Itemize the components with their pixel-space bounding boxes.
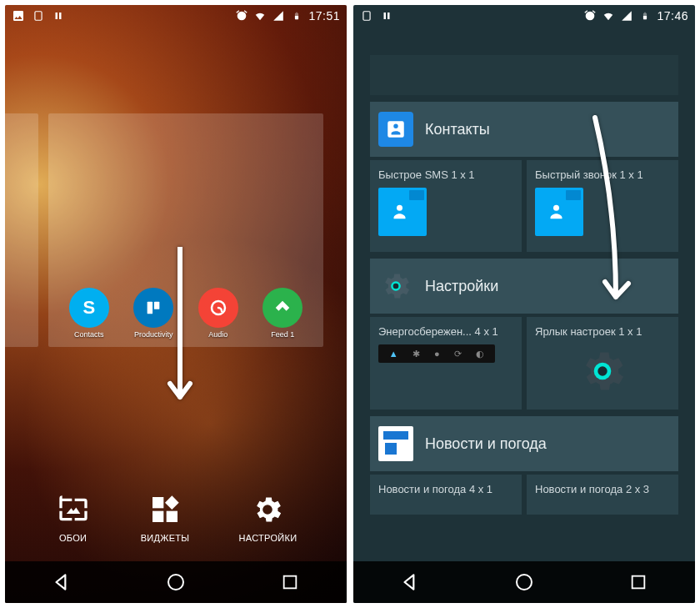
- svg-point-9: [168, 575, 183, 590]
- section-settings: Настройки: [370, 259, 678, 314]
- status-bar: 17:51: [5, 5, 347, 27]
- navigation-bar: [353, 561, 695, 603]
- section-title: Настройки: [425, 278, 498, 295]
- back-button[interactable]: [49, 570, 74, 595]
- section-contacts: Контакты: [370, 102, 678, 157]
- contacts-icon: [378, 112, 413, 147]
- svg-rect-0: [35, 12, 42, 21]
- feedly-icon: [262, 288, 302, 328]
- svg-rect-1: [56, 13, 58, 19]
- svg-rect-8: [167, 511, 178, 522]
- widget-picker[interactable]: Контакты Быстрое SMS 1 x 1 Быстрый звоно…: [370, 52, 678, 556]
- svg-rect-3: [148, 302, 152, 314]
- home-screen-overview: S Contacts Productivity Audio: [5, 113, 347, 347]
- svg-rect-7: [152, 511, 163, 522]
- section-title: Новости и погода: [425, 435, 547, 453]
- svg-point-19: [598, 366, 607, 375]
- app-row: S Contacts Productivity Audio: [57, 288, 315, 339]
- widget-news-2x3[interactable]: Новости и погода 2 x 3: [527, 475, 678, 515]
- widget-row-faded: [370, 52, 678, 95]
- call-widget-icon: [535, 188, 583, 236]
- gear-icon: [249, 491, 286, 528]
- svg-rect-4: [154, 302, 159, 309]
- settings-button[interactable]: НАСТРОЙКИ: [239, 491, 298, 543]
- navigation-bar: [5, 561, 347, 603]
- svg-point-17: [393, 284, 399, 289]
- svg-rect-13: [388, 13, 390, 19]
- widgets-button[interactable]: ВИДЖЕТЫ: [141, 491, 190, 543]
- clock: 17:51: [308, 9, 340, 23]
- app-feed[interactable]: Feed 1: [258, 288, 307, 339]
- svg-rect-11: [363, 12, 370, 21]
- signal-icon: [272, 9, 285, 23]
- battery-icon: [290, 9, 303, 23]
- settings-widgets: Энергосбережен... 4 x 1 ▲✱●⟳◐ Ярлык наст…: [370, 314, 678, 410]
- recent-button[interactable]: [626, 570, 651, 595]
- sms-widget-icon: [378, 188, 427, 236]
- back-button[interactable]: [398, 570, 422, 595]
- svg-rect-21: [632, 576, 644, 589]
- news-widgets: Новости и погода 4 x 1 Новости и погода …: [370, 471, 678, 515]
- widgets-icon: [147, 491, 183, 528]
- home-button[interactable]: [512, 570, 537, 595]
- section-title: Контакты: [425, 121, 490, 138]
- app-productivity[interactable]: Productivity: [129, 288, 178, 339]
- svg-rect-12: [384, 13, 387, 19]
- signal-icon: [620, 9, 633, 23]
- clock: 17:46: [657, 9, 688, 23]
- app-audio[interactable]: Audio: [194, 288, 242, 339]
- widget-quick-sms[interactable]: Быстрое SMS 1 x 1: [370, 160, 522, 252]
- wifi-icon: [602, 9, 615, 23]
- sim-icon: [360, 9, 373, 23]
- wallpaper-icon: [55, 491, 92, 528]
- wifi-icon: [253, 9, 267, 23]
- battery-icon: [638, 9, 652, 23]
- pause-icon: [380, 9, 393, 23]
- widget-power[interactable]: Энергосбережен... 4 x 1 ▲✱●⟳◐: [370, 317, 522, 410]
- phone-left: 17:51 S Contacts Productivity: [5, 5, 347, 603]
- overview-actions: ОБОИ ВИДЖЕТЫ НАСТРОЙКИ: [5, 491, 347, 543]
- wallpaper-button[interactable]: ОБОИ: [55, 491, 92, 543]
- home-page-current[interactable]: S Contacts Productivity Audio: [48, 113, 323, 347]
- gear-large-icon: [576, 344, 629, 398]
- alarm-icon: [235, 9, 248, 23]
- settings-section-icon: [378, 269, 413, 304]
- sim-icon: [32, 9, 45, 23]
- svg-rect-6: [152, 497, 163, 508]
- home-button[interactable]: [163, 570, 188, 595]
- svg-rect-2: [59, 13, 62, 19]
- app-contacts[interactable]: S Contacts: [65, 288, 113, 339]
- image-icon: [12, 9, 25, 23]
- pocketcasts-icon: [198, 288, 238, 328]
- home-page-prev[interactable]: [5, 113, 38, 347]
- alarm-icon: [583, 9, 597, 23]
- skype-icon: S: [69, 288, 109, 328]
- pause-icon: [52, 9, 65, 23]
- widget-preview-faded: [370, 55, 678, 95]
- recent-button[interactable]: [278, 570, 302, 595]
- widget-quick-call[interactable]: Быстрый звонок 1 x 1: [527, 160, 678, 252]
- widget-settings-shortcut[interactable]: Ярлык настроек 1 x 1: [527, 317, 678, 410]
- svg-point-14: [397, 205, 402, 211]
- svg-point-20: [517, 575, 532, 590]
- section-news: Новости и погода: [370, 416, 678, 471]
- svg-point-15: [553, 205, 559, 211]
- news-icon: [378, 426, 413, 461]
- power-widget-preview: ▲✱●⟳◐: [378, 344, 495, 363]
- svg-rect-10: [283, 576, 296, 589]
- trello-icon: [133, 288, 173, 328]
- contacts-widgets: Быстрое SMS 1 x 1 Быстрый звонок 1 x 1: [370, 157, 678, 252]
- phone-right: 17:46 Контакты Быстрое SMS 1 x 1: [353, 5, 695, 603]
- status-bar: 17:46: [353, 5, 695, 27]
- widget-news-4x1[interactable]: Новости и погода 4 x 1: [370, 475, 522, 515]
